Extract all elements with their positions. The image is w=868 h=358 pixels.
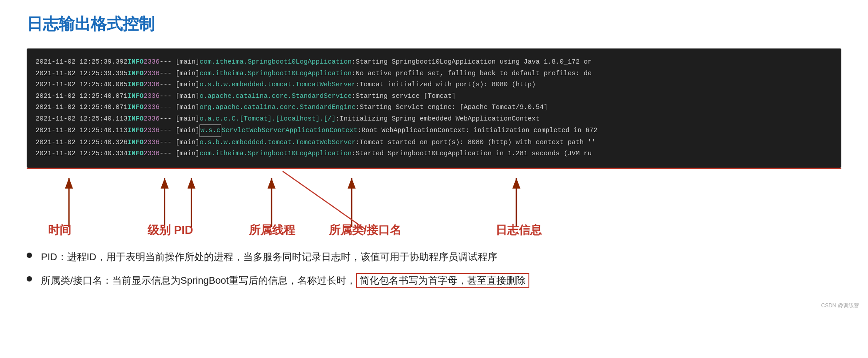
log-level: INFO	[128, 56, 144, 68]
log-pid: 2336	[144, 91, 160, 102]
log-class: com.itheima.Springboot10LogApplication	[200, 148, 352, 160]
log-line: 2021-11-02 12:25:40.071 INFO 2336 --- [ …	[36, 91, 832, 102]
log-line: 2021-11-02 12:25:39.395 INFO 2336 --- [ …	[36, 68, 832, 80]
log-colon: :	[356, 79, 360, 91]
log-separator: --- [	[160, 56, 180, 68]
log-class: com.itheima.Springboot10LogApplication	[200, 56, 352, 68]
log-colon: :	[352, 91, 356, 102]
log-colon: :	[356, 102, 360, 113]
log-line: 2021-11-02 12:25:40.113 INFO 2336 --- [ …	[36, 113, 832, 125]
log-colon: :	[357, 125, 361, 137]
log-level: INFO	[128, 125, 144, 137]
log-level: INFO	[128, 102, 144, 113]
log-timestamp: 2021-11-02 12:25:40.326	[36, 137, 128, 149]
log-message: Tomcat initialized with port(s): 8080 (h…	[360, 79, 536, 91]
log-colon: :	[336, 113, 340, 125]
bullet-text-pid: PID：进程ID，用于表明当前操作所处的进程，当多服务同时记录日志时，该值可用于…	[41, 249, 841, 265]
log-separator: --- [	[160, 125, 180, 137]
log-message: Starting Servlet engine: [Apache Tomcat/…	[360, 102, 548, 113]
log-timestamp: 2021-11-02 12:25:40.113	[36, 113, 128, 125]
log-timestamp: 2021-11-02 12:25:40.113	[36, 125, 128, 137]
log-timestamp: 2021-11-02 12:25:39.392	[36, 56, 128, 68]
log-line: 2021-11-02 12:25:40.113 INFO 2336 --- [ …	[36, 125, 832, 137]
log-timestamp: 2021-11-02 12:25:39.395	[36, 68, 128, 80]
log-line: 2021-11-02 12:25:40.326 INFO 2336 --- [ …	[36, 137, 832, 149]
log-class: o.apache.catalina.core.StandardService	[200, 91, 352, 102]
csdn-watermark: CSDN @训练营	[821, 302, 859, 310]
log-class: o.a.c.c.C.[Tomcat].[localhost].[/]	[200, 113, 336, 125]
log-level: INFO	[128, 137, 144, 149]
svg-line-7	[283, 171, 365, 229]
log-thread: main]	[180, 102, 200, 113]
bullet-text-class: 所属类/接口名：当前显示信息为SpringBoot重写后的信息，名称过长时，简化…	[41, 273, 841, 288]
log-separator: --- [	[160, 68, 180, 80]
log-pid: 2336	[144, 125, 160, 137]
label-thread: 所属线程	[249, 222, 295, 238]
log-message: Starting service [Tomcat]	[356, 91, 456, 102]
log-message: Root WebApplicationContext: initializati…	[361, 125, 597, 137]
log-level: INFO	[128, 68, 144, 80]
log-thread: main]	[180, 148, 200, 160]
log-class-highlighted: w.s.c	[200, 125, 221, 137]
bullet-dot	[27, 253, 32, 258]
annotation-area: 时间 级别 PID 所属线程 所属类/接口名 日志信息	[27, 169, 841, 240]
log-timestamp: 2021-11-02 12:25:40.071	[36, 91, 128, 102]
log-class: o.s.b.w.embedded.tomcat.TomcatWebServer	[200, 137, 356, 149]
log-level: INFO	[128, 91, 144, 102]
log-pid: 2336	[144, 56, 160, 68]
highlighted-text: 简化包名书写为首字母，甚至直接删除	[356, 273, 529, 288]
log-thread: main]	[180, 113, 200, 125]
bullet-dot-2	[27, 276, 32, 282]
log-separator: --- [	[160, 91, 180, 102]
log-pid: 2336	[144, 148, 160, 160]
log-message: Starting Springboot10LogApplication usin…	[356, 56, 592, 68]
log-separator: --- [	[160, 102, 180, 113]
log-area: 2021-11-02 12:25:39.392 INFO 2336 --- [ …	[27, 48, 841, 168]
log-line: 2021-11-02 12:25:40.334 INFO 2336 --- [ …	[36, 148, 832, 160]
log-thread: main]	[180, 125, 200, 137]
log-colon: :	[352, 56, 356, 68]
log-separator: --- [	[160, 79, 180, 91]
log-class: ServletWebServerApplicationContext	[221, 125, 357, 137]
log-level: INFO	[128, 79, 144, 91]
log-separator: --- [	[160, 148, 180, 160]
log-pid: 2336	[144, 113, 160, 125]
log-colon: :	[352, 148, 356, 160]
bullet-section: PID：进程ID，用于表明当前操作所处的进程，当多服务同时记录日志时，该值可用于…	[27, 249, 841, 288]
log-colon: :	[356, 137, 360, 149]
log-thread: main]	[180, 137, 200, 149]
log-thread: main]	[180, 68, 200, 80]
bullet-item-pid: PID：进程ID，用于表明当前操作所处的进程，当多服务同时记录日志时，该值可用于…	[27, 249, 841, 265]
page-container: 日志输出格式控制 2021-11-02 12:25:39.392 INFO 23…	[0, 0, 868, 314]
label-loginfo: 日志信息	[496, 222, 542, 238]
log-pid: 2336	[144, 102, 160, 113]
log-timestamp: 2021-11-02 12:25:40.334	[36, 148, 128, 160]
log-message: Initializing Spring embedded WebApplicat…	[340, 113, 540, 125]
log-pid: 2336	[144, 79, 160, 91]
log-separator: --- [	[160, 113, 180, 125]
log-line: 2021-11-02 12:25:39.392 INFO 2336 --- [ …	[36, 56, 832, 68]
log-level: INFO	[128, 148, 144, 160]
log-message: Tomcat started on port(s): 8080 (http) w…	[360, 137, 596, 149]
log-timestamp: 2021-11-02 12:25:40.065	[36, 79, 128, 91]
log-pid: 2336	[144, 68, 160, 80]
log-pid: 2336	[144, 137, 160, 149]
log-line: 2021-11-02 12:25:40.065 INFO 2336 --- [ …	[36, 79, 832, 91]
label-level: 级别 PID	[148, 222, 193, 238]
page-title: 日志输出格式控制	[27, 13, 841, 35]
log-thread: main]	[180, 91, 200, 102]
log-thread: main]	[180, 79, 200, 91]
log-class: org.apache.catalina.core.StandardEngine	[200, 102, 356, 113]
log-separator: --- [	[160, 137, 180, 149]
log-class: o.s.b.w.embedded.tomcat.TomcatWebServer	[200, 79, 356, 91]
log-colon: :	[352, 68, 356, 80]
log-line: 2021-11-02 12:25:40.071 INFO 2336 --- [ …	[36, 102, 832, 113]
label-time: 时间	[48, 222, 71, 238]
log-message: No active profile set, falling back to d…	[356, 68, 592, 80]
bullet-item-class: 所属类/接口名：当前显示信息为SpringBoot重写后的信息，名称过长时，简化…	[27, 273, 841, 288]
log-thread: main]	[180, 56, 200, 68]
label-class: 所属类/接口名	[329, 222, 401, 238]
log-timestamp: 2021-11-02 12:25:40.071	[36, 102, 128, 113]
log-message: Started Springboot10LogApplication in 1.…	[356, 148, 592, 160]
log-level: INFO	[128, 113, 144, 125]
